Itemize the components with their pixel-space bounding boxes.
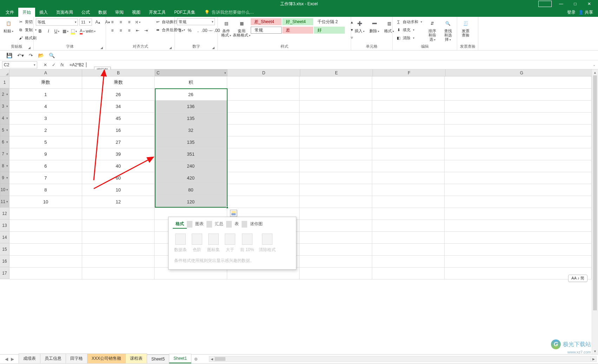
col-header-A[interactable]: A — [9, 69, 82, 76]
cell[interactable] — [300, 267, 372, 279]
tab-scroll-left-icon[interactable]: ◀ — [5, 357, 8, 362]
hscroll-thumb[interactable] — [215, 357, 225, 361]
cell[interactable]: 45 — [82, 112, 154, 124]
fill-color-button[interactable]: ⬚ — [70, 27, 78, 35]
undo-icon[interactable]: ↶▾ — [17, 53, 24, 58]
cell[interactable] — [227, 136, 299, 148]
cell[interactable] — [300, 76, 372, 88]
percent-format-icon[interactable]: % — [185, 27, 194, 34]
col-header-C[interactable]: C — [155, 69, 228, 76]
cell[interactable] — [82, 231, 154, 243]
sheet-tab[interactable]: 员工信息 — [40, 353, 66, 363]
fill-button[interactable]: ⬇填充 — [395, 26, 423, 33]
autosum-button[interactable]: ∑自动求和 — [395, 18, 423, 25]
cell[interactable]: 135 — [155, 112, 227, 124]
cell[interactable] — [9, 255, 82, 267]
find-select-button[interactable]: 🔍查找和选择 — [441, 18, 455, 43]
qa-item-1[interactable]: 色阶 — [192, 234, 202, 253]
indent-decrease-icon[interactable]: ⇤ — [133, 27, 142, 34]
number-format-select[interactable]: 常规 — [177, 18, 215, 25]
scroll-down-icon[interactable]: ▼ — [592, 348, 598, 354]
invoice-check-button[interactable]: 🧾发票 查验 — [459, 18, 472, 38]
underline-button[interactable]: U — [53, 27, 61, 35]
scroll-thumb[interactable] — [593, 75, 597, 310]
row-header-3[interactable]: 3 — [0, 100, 9, 112]
cell[interactable] — [445, 220, 592, 231]
cell[interactable] — [9, 243, 82, 255]
tab-file[interactable]: 文件 — [1, 8, 18, 17]
qa-tab-format[interactable]: 格式 — [173, 220, 187, 229]
cell[interactable] — [372, 76, 444, 88]
cell[interactable] — [372, 267, 444, 279]
indent-increase-icon[interactable]: ⇥ — [142, 27, 150, 34]
vertical-scrollbar[interactable]: ▲ ▼ — [592, 69, 598, 354]
qa-item-0[interactable]: 数据条 — [174, 234, 187, 253]
cell[interactable] — [82, 267, 154, 279]
scroll-up-icon[interactable]: ▲ — [592, 69, 598, 75]
cell[interactable] — [372, 220, 444, 231]
clear-button[interactable]: ◧清除 — [395, 34, 423, 41]
cell[interactable] — [445, 196, 592, 208]
align-top-icon[interactable]: ≡ — [108, 18, 117, 26]
italic-button[interactable]: I — [44, 27, 53, 35]
cell[interactable] — [82, 208, 154, 220]
cell[interactable]: 5 — [9, 136, 82, 148]
cell[interactable]: 26 — [155, 88, 227, 100]
cell[interactable] — [445, 76, 592, 88]
cell-style-bad-sheet4[interactable]: 差_Sheet4 — [251, 18, 282, 25]
print-preview-icon[interactable]: 🔍 — [49, 53, 55, 58]
cell[interactable] — [9, 267, 82, 279]
tab-developer[interactable]: 开发工具 — [145, 8, 170, 17]
formula-input[interactable]: =A2*B2 编辑栏 — [70, 60, 590, 69]
row-header-14[interactable]: 14 — [0, 231, 9, 243]
cell[interactable]: 240 — [155, 160, 227, 172]
qa-item-3[interactable]: 大于 — [225, 234, 235, 253]
cell[interactable] — [372, 160, 444, 172]
cell[interactable] — [372, 88, 444, 100]
cell[interactable] — [445, 124, 592, 136]
cell[interactable] — [9, 208, 82, 220]
row-header-10[interactable]: 10 — [0, 184, 9, 196]
minimize-button[interactable]: — — [554, 1, 568, 7]
sheet-tab[interactable]: Sheet1 — [169, 354, 191, 363]
conditional-format-button[interactable]: ▤条件格式 — [220, 18, 232, 39]
cell[interactable]: 420 — [155, 172, 227, 184]
align-right-icon[interactable]: ≡ — [125, 27, 133, 34]
save-icon[interactable]: 💾 — [6, 53, 12, 58]
phonetic-button[interactable]: wén — [86, 27, 95, 35]
qa-item-5[interactable]: 清除格式 — [259, 234, 276, 253]
row-header-8[interactable]: 8 — [0, 160, 9, 172]
sheet-tab[interactable]: Sheet5 — [147, 355, 169, 363]
cell-style-normal[interactable]: 常规 — [251, 27, 282, 34]
delete-cells-button[interactable]: ➖删除 — [368, 18, 381, 34]
cell[interactable] — [445, 255, 592, 267]
cell[interactable] — [372, 184, 444, 196]
cell[interactable] — [227, 148, 299, 160]
horizontal-scrollbar[interactable]: ◀ ▶ — [209, 355, 597, 363]
share-button[interactable]: 👤 共享 — [578, 9, 593, 15]
cell[interactable] — [372, 243, 444, 255]
cell[interactable] — [227, 160, 299, 172]
row-header-1[interactable]: 1 — [0, 76, 9, 88]
ime-indicator[interactable]: AA ♪ 简 — [568, 275, 587, 282]
tab-view[interactable]: 视图 — [128, 8, 145, 17]
row-header-9[interactable]: 9 — [0, 172, 9, 184]
cell[interactable] — [445, 148, 592, 160]
orientation-icon[interactable]: ⤭ — [133, 18, 142, 26]
tab-review[interactable]: 审阅 — [111, 8, 128, 17]
cell[interactable] — [300, 160, 372, 172]
cell-style-comma2[interactable]: 千位分隔 2 — [314, 18, 345, 25]
cell[interactable]: 积 — [155, 76, 227, 88]
qa-tab-tables[interactable]: 表 — [232, 220, 242, 229]
cell[interactable] — [227, 196, 299, 208]
cell[interactable] — [227, 184, 299, 196]
border-button[interactable]: ▦ — [61, 27, 70, 35]
cell[interactable] — [445, 88, 592, 100]
row-header-2[interactable]: 2 — [0, 88, 9, 100]
select-all-corner[interactable] — [0, 69, 9, 76]
cell[interactable]: 乘数 — [82, 76, 154, 88]
col-header-B[interactable]: B — [82, 69, 155, 76]
cell[interactable]: 2 — [9, 124, 82, 136]
cell[interactable]: 120 — [155, 196, 227, 208]
col-header-G[interactable]: G — [446, 69, 598, 76]
